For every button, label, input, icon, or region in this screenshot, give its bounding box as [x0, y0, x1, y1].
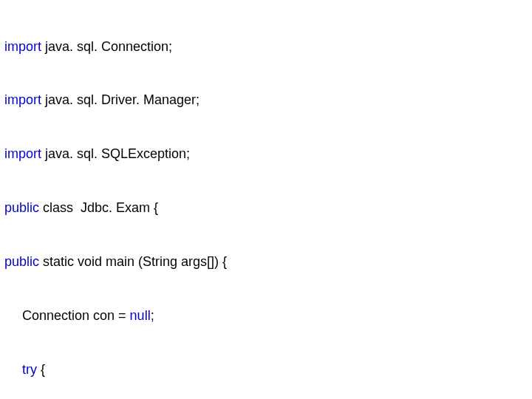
code-text: class Jdbc. Exam {: [39, 200, 158, 215]
code-line: try {: [4, 361, 528, 378]
code-line: import java. sql. Connection;: [4, 38, 528, 55]
keyword-import: import: [4, 146, 41, 161]
code-text: java. sql. Connection;: [41, 39, 172, 54]
code-text: {: [37, 362, 45, 377]
code-line: import java. sql. Driver. Manager;: [4, 91, 528, 109]
keyword-public: public: [4, 254, 39, 269]
keyword-public: public: [4, 200, 39, 215]
keyword-import: import: [4, 39, 41, 54]
keyword-try: try: [22, 362, 37, 377]
code-text: static void main (String args[]) {: [39, 254, 227, 269]
code-line: import java. sql. SQLException;: [4, 145, 528, 163]
keyword-import: import: [4, 92, 41, 107]
code-line: public static void main (String args[]) …: [4, 253, 528, 270]
keyword-null: null: [130, 308, 151, 323]
code-text: java. sql. SQLException;: [41, 146, 190, 161]
code-line: Connection con = null;: [4, 307, 528, 324]
code-text: ;: [151, 308, 154, 323]
code-text: Connection con =: [22, 308, 130, 323]
code-line: public class Jdbc. Exam {: [4, 199, 528, 216]
code-text: java. sql. Driver. Manager;: [41, 92, 200, 107]
code-slide: import java. sql. Connection; import jav…: [0, 0, 532, 399]
